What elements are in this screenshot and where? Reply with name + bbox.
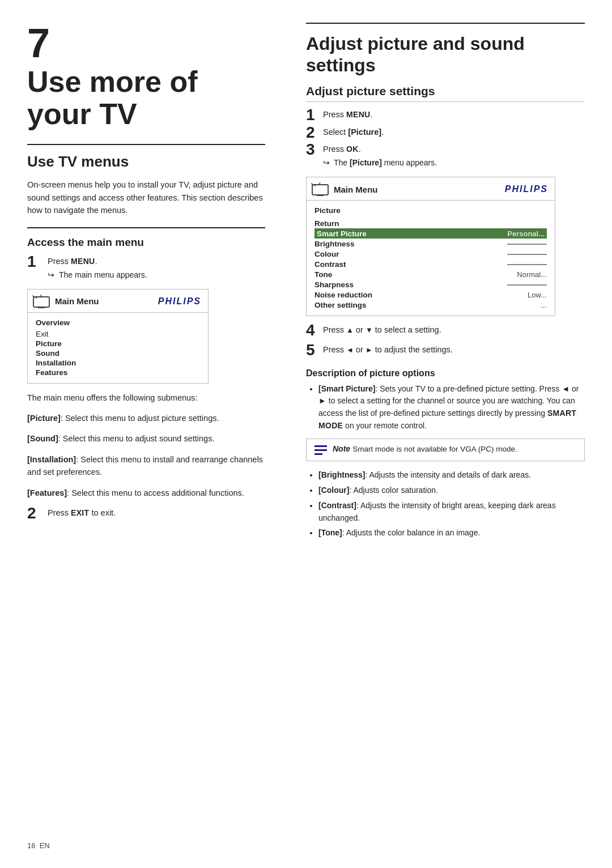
- submenu-installation: [Installation]: Select this menu to inst…: [27, 453, 265, 479]
- step-2-number: 2: [27, 505, 48, 522]
- step-2: 2 Press EXIT to exit.: [27, 507, 265, 522]
- tv-icon: [32, 293, 50, 309]
- right-step-3-number: 3: [306, 141, 323, 159]
- picture-menu-box: Main Menu PHILIPS Picture Return Smart P…: [306, 177, 555, 316]
- bullet-colour: [Colour]: Adjusts color saturation.: [318, 484, 585, 497]
- bullet-tone: [Tone]: Adjusts the color balance in an …: [318, 527, 585, 539]
- menu-row-sharpness: Sharpness: [314, 279, 547, 290]
- right-menu-category: Picture: [314, 206, 547, 215]
- bullet-list-smart: [Smart Picture]: Sets your TV to a pre-d…: [306, 383, 585, 432]
- menu-item-installation: Installation: [36, 358, 201, 368]
- right-step-2-content: Select [Picture].: [323, 126, 585, 139]
- arrow-symbol: ↪: [48, 269, 54, 281]
- step-1-content: Press MENU. ↪ The main menu appears.: [48, 256, 265, 281]
- submenu-descriptions: [Picture]: Select this menu to adjust pi…: [27, 412, 265, 499]
- section-heading-tv-menus: Use TV menus: [27, 153, 265, 171]
- menu-category: Overview: [36, 318, 201, 327]
- right-step-5-content: Press ◄ or ► to adjust the settings.: [323, 344, 585, 356]
- menu-item-features: Features: [36, 368, 201, 377]
- menu-body: Overview Exit Picture Sound Installation…: [28, 313, 208, 383]
- menu-items-list: Exit Picture Sound Installation Features: [36, 329, 201, 377]
- chapter-title: Use more of your TV: [27, 66, 265, 130]
- menu-header: Main Menu PHILIPS: [28, 290, 208, 313]
- svg-rect-0: [33, 297, 49, 307]
- section-divider-2: [27, 227, 265, 228]
- right-step-4: 4 Press ▲ or ▼ to select a setting.: [306, 324, 585, 339]
- right-step-5: 5 Press ◄ or ► to adjust the settings.: [306, 344, 585, 359]
- bullet-contrast: [Contrast]: Adjusts the intensity of bri…: [318, 500, 585, 524]
- right-step-1-content: Press MENU.: [323, 109, 585, 121]
- step-2-content: Press EXIT to exit.: [48, 507, 265, 520]
- step-1: 1 Press MENU. ↪ The main menu appears.: [27, 256, 265, 281]
- menu-row-noise: Noise reduction Low...: [314, 290, 547, 300]
- bullet-list-options: [Brightness]: Adjusts the intensity and …: [306, 469, 585, 539]
- menu-row-tone: Tone Normal...: [314, 269, 547, 279]
- right-step-3-arrow: ↪ The [Picture] menu appears.: [323, 157, 585, 169]
- right-step-4-content: Press ▲ or ▼ to select a setting.: [323, 324, 585, 337]
- right-menu-header: Main Menu PHILIPS: [307, 177, 555, 201]
- menu-row-brightness: Brightness: [314, 239, 547, 249]
- svg-rect-1: [38, 307, 45, 308]
- philips-logo-left: PHILIPS: [158, 296, 201, 307]
- menu-item-picture: Picture: [36, 339, 201, 348]
- right-menu-body: Picture Return Smart Picture Personal...…: [307, 201, 555, 316]
- menu-row-smart-picture: Smart Picture Personal...: [314, 228, 547, 239]
- menu-row-contrast: Contrast: [314, 259, 547, 269]
- note-text: Smart mode is not available for VGA (PC)…: [352, 445, 517, 453]
- note-icon: [314, 445, 327, 456]
- chapter-number: 7: [27, 23, 265, 63]
- menu-title-text: Main Menu: [55, 296, 99, 306]
- svg-rect-5: [317, 195, 324, 196]
- after-menu-text: The main menu offers the following subme…: [27, 392, 265, 404]
- right-step-2-number: 2: [306, 124, 323, 142]
- bullet-brightness: [Brightness]: Adjusts the intensity and …: [318, 469, 585, 482]
- right-menu-title: Main Menu: [334, 185, 378, 194]
- step-1-text: Press MENU.: [48, 257, 97, 266]
- step-1-arrow: ↪ The main menu appears.: [48, 269, 265, 281]
- right-step-3-content: Press OK. ↪ The [Picture] menu appears.: [323, 143, 585, 169]
- section-divider-1: [27, 144, 265, 145]
- right-heading: Adjust picture and sound settings: [306, 23, 585, 76]
- right-step-5-number: 5: [306, 342, 323, 359]
- left-column: 7 Use more of your TV Use TV menus On-sc…: [27, 23, 288, 845]
- right-step-2: 2 Select [Picture].: [306, 126, 585, 142]
- right-step-4-number: 4: [306, 322, 323, 339]
- right-step-1-number: 1: [306, 107, 323, 124]
- right-subheading: Adjust picture settings: [306, 84, 585, 102]
- menu-item-sound: Sound: [36, 348, 201, 358]
- tv-icon-right: [311, 181, 329, 197]
- right-column: Adjust picture and sound settings Adjust…: [288, 23, 585, 845]
- step-1-number: 1: [27, 253, 48, 271]
- submenu-features: [Features]: Select this menu to access a…: [27, 487, 265, 499]
- bullet-smart-picture: [Smart Picture]: Sets your TV to a pre-d…: [318, 383, 585, 432]
- step-1-arrow-text: The main menu appears.: [59, 269, 147, 281]
- footer-lang: EN: [40, 841, 50, 850]
- menu-row-other: Other settings ...: [314, 300, 547, 310]
- tv-menus-body: On-screen menus help you to install your…: [27, 178, 265, 216]
- menu-row-colour: Colour: [314, 249, 547, 259]
- footer-page: 16: [27, 841, 35, 850]
- subsection-heading-main-menu: Access the main menu: [27, 236, 265, 249]
- philips-logo-right: PHILIPS: [505, 184, 548, 194]
- submenu-sound: [Sound]: Select this menu to adjust soun…: [27, 432, 265, 445]
- right-step-3: 3 Press OK. ↪ The [Picture] menu appears…: [306, 143, 585, 169]
- menu-row-return: Return: [314, 218, 547, 228]
- submenu-picture: [Picture]: Select this menu to adjust pi…: [27, 412, 265, 424]
- step-2-text: Press EXIT to exit.: [48, 508, 116, 517]
- svg-rect-4: [312, 185, 328, 195]
- steps-4-5: 4 Press ▲ or ▼ to select a setting. 5 Pr…: [306, 324, 585, 361]
- main-menu-box: Main Menu PHILIPS Overview Exit Picture …: [27, 289, 209, 384]
- right-step-1: 1 Press MENU.: [306, 109, 585, 124]
- note-label: Note: [333, 444, 350, 453]
- menu-item-exit: Exit: [36, 329, 201, 339]
- footer: 16 EN: [27, 841, 50, 850]
- desc-heading: Description of picture options: [306, 368, 585, 378]
- note-box: Note Smart mode is not available for VGA…: [306, 439, 585, 461]
